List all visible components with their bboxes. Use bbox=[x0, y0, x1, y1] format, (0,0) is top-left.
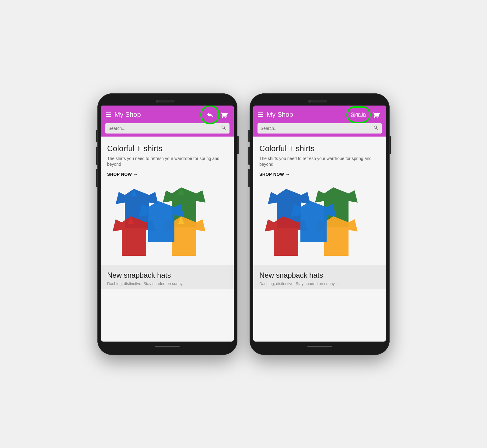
home-indicator-1 bbox=[155, 346, 180, 347]
app-bar-row-2: ☰ My Shop Sign in bbox=[258, 109, 382, 120]
camera bbox=[156, 100, 159, 103]
signin-text-button[interactable]: Sign in bbox=[349, 111, 368, 119]
search-input-2[interactable] bbox=[261, 126, 371, 131]
home-indicator-2 bbox=[307, 346, 332, 347]
app-title-1: My Shop bbox=[114, 111, 201, 119]
tshirts-image-2 bbox=[253, 180, 386, 265]
cart-icon bbox=[220, 111, 228, 118]
search-button-2[interactable] bbox=[373, 125, 379, 132]
hamburger-icon-2[interactable]: ☰ bbox=[258, 111, 264, 118]
footer-desc-1: Dashing, distinctive. Stay shaded on sun… bbox=[107, 281, 228, 286]
nav-icons-1 bbox=[205, 109, 229, 120]
phone-1: ☰ My Shop bbox=[97, 93, 237, 355]
search-button-1[interactable] bbox=[221, 125, 226, 132]
phone-bottom-1 bbox=[101, 342, 234, 351]
footer-section-1: New snapback hats Dashing, distinctive. … bbox=[101, 265, 234, 289]
app-bar-2: ☰ My Shop Sign in bbox=[253, 106, 386, 137]
shop-now-button-2[interactable]: SHOP NOW → bbox=[259, 172, 380, 177]
phone-2: ☰ My Shop Sign in bbox=[250, 93, 390, 355]
comparison-phones: ☰ My Shop bbox=[97, 93, 390, 355]
volume-up-button bbox=[96, 147, 97, 165]
hero-title-2: Colorful T-shirts bbox=[259, 144, 380, 153]
speaker-2 bbox=[309, 100, 327, 102]
speaker bbox=[156, 100, 175, 102]
tshirts-image-1 bbox=[101, 180, 234, 265]
volume-down-button-2 bbox=[248, 169, 250, 187]
power-button-2 bbox=[390, 136, 391, 154]
power-button bbox=[237, 136, 239, 154]
phone-bottom-2 bbox=[253, 342, 386, 351]
cart-icon-2 bbox=[373, 111, 380, 118]
content-1: Colorful T-shirts The shirts you need to… bbox=[101, 137, 234, 342]
signin-highlight-wrapper bbox=[205, 109, 215, 120]
phone-screen-1: ☰ My Shop bbox=[101, 106, 234, 342]
app-bar-1: ☰ My Shop bbox=[101, 106, 234, 137]
shop-now-button-1[interactable]: SHOP NOW → bbox=[107, 172, 228, 177]
hero-section-1: Colorful T-shirts The shirts you need to… bbox=[101, 137, 234, 177]
phone-notch bbox=[101, 97, 234, 106]
mute-button bbox=[96, 130, 97, 142]
footer-desc-2: Dashing, distinctive. Stay shaded on sun… bbox=[259, 281, 380, 286]
tshirts-svg-2 bbox=[253, 180, 386, 265]
content-2: Colorful T-shirts The shirts you need to… bbox=[253, 137, 386, 342]
volume-up-button-2 bbox=[248, 147, 250, 165]
search-bar-2 bbox=[258, 123, 382, 134]
signin-icon-button[interactable] bbox=[205, 109, 215, 120]
nav-icons-2: Sign in bbox=[349, 109, 382, 120]
footer-title-1: New snapback hats bbox=[107, 271, 228, 280]
camera-2 bbox=[308, 100, 311, 103]
hero-title-1: Colorful T-shirts bbox=[107, 144, 228, 153]
footer-title-2: New snapback hats bbox=[259, 271, 380, 280]
app-bar-row-1: ☰ My Shop bbox=[105, 109, 229, 120]
hero-section-2: Colorful T-shirts The shirts you need to… bbox=[253, 137, 386, 177]
hero-desc-2: The shirts you need to refresh your ward… bbox=[259, 156, 380, 168]
footer-section-2: New snapback hats Dashing, distinctive. … bbox=[253, 265, 386, 289]
signin-door-icon bbox=[206, 111, 214, 119]
search-input-1[interactable] bbox=[108, 126, 219, 131]
mute-button-2 bbox=[248, 130, 250, 142]
volume-down-button bbox=[96, 169, 97, 187]
hero-desc-1: The shirts you need to refresh your ward… bbox=[107, 156, 228, 168]
cart-icon-button-2[interactable] bbox=[371, 109, 382, 120]
signin-highlight-wrapper-2: Sign in bbox=[349, 111, 368, 119]
hamburger-icon[interactable]: ☰ bbox=[105, 111, 111, 118]
phone-screen-2: ☰ My Shop Sign in bbox=[253, 106, 386, 342]
app-title-2: My Shop bbox=[267, 111, 346, 119]
cart-icon-button-1[interactable] bbox=[219, 109, 229, 120]
search-bar-1 bbox=[105, 123, 229, 134]
tshirts-svg-1 bbox=[101, 180, 234, 265]
phone-notch-2 bbox=[253, 97, 386, 106]
